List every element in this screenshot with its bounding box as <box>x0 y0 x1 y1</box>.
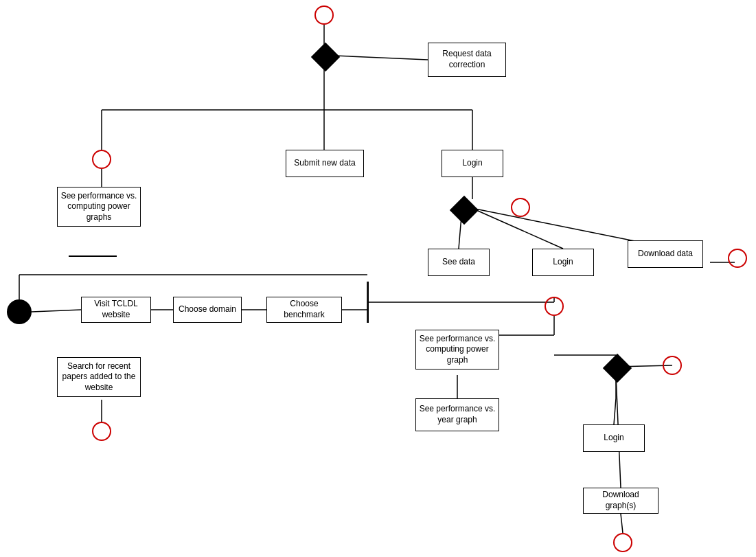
vertical-line <box>367 282 369 323</box>
circle-lower-right <box>663 356 682 375</box>
box-login-lower[interactable]: Login <box>583 424 645 452</box>
svg-line-30 <box>614 398 616 424</box>
box-request-data-correction[interactable]: Request data correction <box>428 43 506 77</box>
circle-perf-comp-right <box>545 297 564 316</box>
circle-download-right <box>728 249 747 268</box>
box-visit-tcldl[interactable]: Visit TCLDL website <box>81 297 151 323</box>
box-performance-vs-computing-graphs[interactable]: See performance vs. computing power grap… <box>57 187 141 227</box>
box-performance-vs-year-graph[interactable]: See performance vs. year graph <box>415 398 499 431</box>
box-choose-domain[interactable]: Choose domain <box>173 297 242 323</box>
svg-line-1 <box>334 56 428 60</box>
box-submit-new-data[interactable]: Submit new data <box>286 150 364 177</box>
box-login-top[interactable]: Login <box>442 150 503 177</box>
box-download-data[interactable]: Download data <box>628 240 703 268</box>
circle-top <box>314 5 334 25</box>
box-performance-vs-computing-graph[interactable]: See performance vs. computing power grap… <box>415 330 499 370</box>
diamond-lower <box>603 354 632 383</box>
circle-left-main <box>92 150 111 169</box>
circle-bottom <box>613 533 632 552</box>
circle-start <box>7 299 32 324</box>
box-choose-benchmark[interactable]: Choose benchmark <box>266 297 342 323</box>
circle-middle-right <box>511 198 530 217</box>
svg-line-16 <box>32 310 81 312</box>
diagram: Request data correction Submit new data … <box>0 0 756 557</box>
circle-search-bottom <box>92 422 111 441</box>
svg-line-32 <box>621 514 623 533</box>
box-see-data[interactable]: See data <box>428 249 490 276</box>
box-search-recent-papers[interactable]: Search for recent papers added to the we… <box>57 357 141 397</box>
diamond-top <box>311 43 340 71</box>
diamond-middle <box>450 196 479 225</box>
box-login-mid[interactable]: Login <box>532 249 594 276</box>
flow-lines <box>0 0 756 557</box>
box-download-graphs[interactable]: Download graph(s) <box>583 488 658 514</box>
divider-line <box>69 255 117 257</box>
